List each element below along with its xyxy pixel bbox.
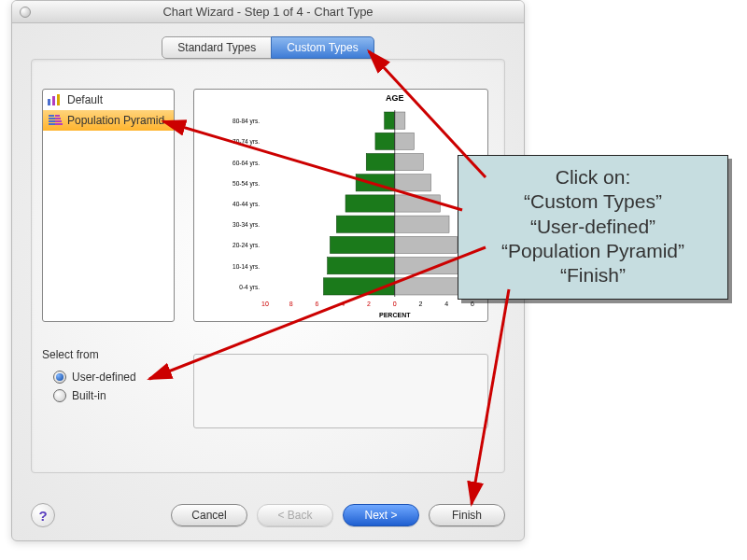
svg-rect-34 bbox=[395, 258, 459, 274]
svg-text:8: 8 bbox=[289, 301, 293, 307]
svg-rect-7 bbox=[49, 120, 56, 122]
svg-text:0-4 yrs.: 0-4 yrs. bbox=[239, 284, 260, 291]
select-from-group: User-defined Built-in bbox=[53, 371, 136, 402]
svg-rect-28 bbox=[395, 216, 449, 232]
radio-built-in[interactable]: Built-in bbox=[53, 389, 136, 402]
svg-text:AGE: AGE bbox=[386, 93, 404, 103]
tab-custom-types[interactable]: Custom Types bbox=[271, 36, 374, 59]
svg-rect-24 bbox=[345, 195, 395, 212]
sample-preview: AGE80-84 yrs.70-74 yrs.60-64 yrs.50-54 y… bbox=[193, 89, 488, 322]
svg-text:40-44 yrs.: 40-44 yrs. bbox=[233, 201, 260, 208]
callout-line: “Finish” bbox=[464, 263, 722, 287]
list-item-label: Population Pyramid bbox=[67, 114, 164, 127]
list-item[interactable]: Default bbox=[43, 90, 174, 110]
radio-label: Built-in bbox=[72, 389, 106, 402]
bar-chart-icon bbox=[47, 93, 63, 106]
svg-rect-22 bbox=[395, 175, 431, 191]
description-box bbox=[193, 354, 488, 428]
svg-rect-12 bbox=[385, 112, 395, 129]
svg-rect-25 bbox=[395, 195, 441, 212]
svg-text:30-34 yrs.: 30-34 yrs. bbox=[233, 221, 260, 229]
svg-text:4: 4 bbox=[444, 301, 448, 307]
list-item-label: Default bbox=[67, 93, 103, 106]
help-icon[interactable]: ? bbox=[31, 503, 55, 527]
callout-line: “Custom Types” bbox=[464, 189, 722, 214]
titlebar: Chart Wizard - Step 1 of 4 - Chart Type bbox=[12, 1, 524, 23]
svg-rect-37 bbox=[395, 278, 464, 295]
svg-text:0: 0 bbox=[393, 301, 397, 307]
svg-rect-16 bbox=[395, 133, 415, 149]
svg-rect-18 bbox=[366, 153, 395, 170]
pyramid-icon bbox=[47, 114, 63, 127]
svg-text:PERCENT: PERCENT bbox=[379, 312, 411, 318]
svg-rect-6 bbox=[55, 118, 61, 119]
svg-text:10: 10 bbox=[261, 301, 269, 307]
select-from-label: Select from bbox=[42, 348, 99, 361]
svg-rect-31 bbox=[395, 236, 458, 253]
list-item[interactable]: Population Pyramid bbox=[43, 110, 174, 131]
svg-text:80-84 yrs.: 80-84 yrs. bbox=[233, 118, 260, 125]
svg-rect-3 bbox=[49, 115, 54, 117]
radio-icon bbox=[53, 389, 66, 402]
svg-rect-15 bbox=[375, 133, 395, 149]
svg-rect-5 bbox=[49, 118, 55, 119]
svg-rect-27 bbox=[336, 216, 394, 232]
instruction-callout: Click on: “Custom Types” “User-defined” … bbox=[458, 155, 728, 300]
callout-line: “User-defined” bbox=[464, 215, 722, 239]
svg-rect-1 bbox=[52, 96, 55, 105]
svg-text:50-54 yrs.: 50-54 yrs. bbox=[233, 180, 260, 188]
svg-rect-13 bbox=[395, 112, 405, 129]
radio-label: User-defined bbox=[72, 371, 136, 384]
svg-rect-33 bbox=[328, 258, 395, 274]
callout-line: “Population Pyramid” bbox=[464, 239, 722, 263]
svg-text:4: 4 bbox=[341, 301, 345, 307]
radio-icon bbox=[53, 371, 66, 384]
window-title: Chart Wizard - Step 1 of 4 - Chart Type bbox=[162, 5, 373, 19]
back-button[interactable]: < Back bbox=[257, 504, 333, 526]
svg-rect-8 bbox=[55, 120, 62, 122]
radio-user-defined[interactable]: User-defined bbox=[53, 371, 136, 384]
tab-standard-types[interactable]: Standard Types bbox=[162, 36, 272, 59]
callout-line: Click on: bbox=[464, 165, 722, 189]
chart-type-list[interactable]: Default Population Pyramid bbox=[42, 89, 175, 322]
svg-rect-30 bbox=[330, 236, 394, 253]
svg-text:70-74 yrs.: 70-74 yrs. bbox=[233, 138, 260, 146]
svg-rect-21 bbox=[356, 175, 395, 191]
button-row: ? Cancel < Back Next > Finish bbox=[12, 503, 524, 527]
svg-rect-4 bbox=[55, 115, 60, 117]
svg-rect-0 bbox=[48, 99, 50, 105]
close-icon[interactable] bbox=[20, 7, 31, 18]
chart-wizard-window: Chart Wizard - Step 1 of 4 - Chart Type … bbox=[11, 0, 525, 541]
svg-rect-2 bbox=[57, 94, 60, 105]
next-button[interactable]: Next > bbox=[343, 504, 419, 526]
svg-text:2: 2 bbox=[419, 301, 423, 307]
svg-rect-19 bbox=[395, 153, 424, 170]
svg-text:60-64 yrs.: 60-64 yrs. bbox=[233, 160, 260, 167]
svg-rect-10 bbox=[55, 123, 63, 125]
svg-text:6: 6 bbox=[316, 301, 319, 307]
svg-text:6: 6 bbox=[471, 301, 474, 307]
svg-text:10-14 yrs.: 10-14 yrs. bbox=[233, 263, 260, 271]
cancel-button[interactable]: Cancel bbox=[171, 504, 247, 526]
population-pyramid-chart: AGE80-84 yrs.70-74 yrs.60-64 yrs.50-54 y… bbox=[194, 90, 488, 322]
svg-rect-36 bbox=[323, 278, 394, 295]
finish-button[interactable]: Finish bbox=[429, 504, 505, 526]
svg-text:20-24 yrs.: 20-24 yrs. bbox=[233, 242, 260, 249]
tab-row: Standard Types Custom Types bbox=[12, 36, 524, 59]
svg-text:2: 2 bbox=[367, 301, 371, 307]
